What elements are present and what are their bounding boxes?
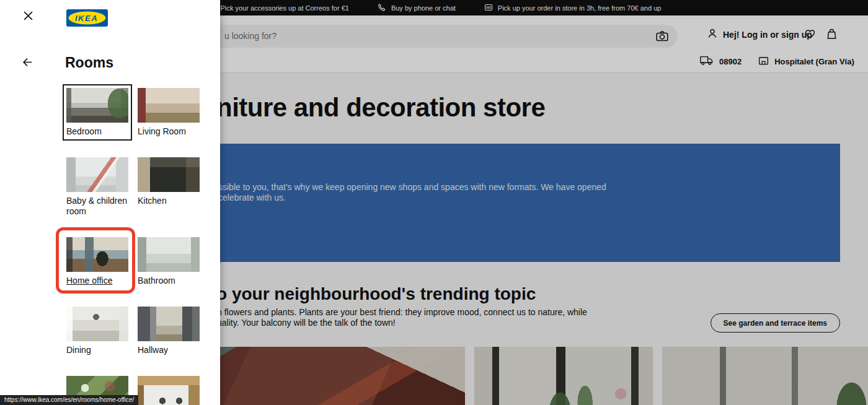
room-thumbnail (138, 376, 200, 405)
browser-status-url: https://www.ikea.com/es/en/rooms/home-of… (0, 395, 138, 405)
room-item-kitchen[interactable]: Kitchen (138, 157, 200, 217)
room-item-living-room[interactable]: Living Room (138, 88, 200, 137)
room-thumbnail (66, 88, 128, 123)
room-thumbnail (138, 307, 200, 341)
room-item-dining[interactable]: Dining (66, 307, 128, 355)
room-thumbnail (66, 157, 128, 192)
room-label: Kitchen (138, 196, 200, 206)
room-label: Baby & children room (66, 196, 128, 217)
room-thumbnail (138, 88, 200, 123)
svg-text:®: ® (103, 12, 105, 16)
room-item-home-office[interactable]: Home office (66, 237, 128, 286)
ikea-logo[interactable]: IKEA ® (66, 9, 108, 29)
room-item-hallway[interactable]: Hallway (138, 307, 200, 355)
panel-title: Rooms (65, 54, 113, 71)
room-item-bedroom[interactable]: Bedroom (66, 88, 128, 137)
close-icon[interactable] (22, 11, 33, 22)
rooms-grid: Bedroom Living Room Baby & children room… (66, 88, 200, 405)
room-label: Hallway (138, 345, 200, 355)
back-arrow-icon[interactable] (21, 56, 33, 69)
room-item-baby-children-room[interactable]: Baby & children room (66, 157, 128, 217)
room-item-laundry[interactable] (138, 376, 200, 405)
room-thumbnail (66, 307, 128, 341)
room-label: Living Room (138, 126, 200, 137)
room-item-bathroom[interactable]: Bathroom (138, 237, 200, 286)
room-label: Dining (66, 345, 128, 355)
rooms-menu-panel: IKEA ® Rooms Bedroom Living Room Baby & … (0, 0, 220, 405)
room-thumbnail (138, 157, 200, 192)
room-label: Home office (66, 276, 128, 286)
room-thumbnail (138, 237, 200, 272)
room-label: Bedroom (66, 126, 128, 137)
room-thumbnail (66, 237, 128, 272)
svg-text:IKEA: IKEA (75, 14, 98, 23)
ikea-rooms-page: Pick your accessories up at Correos for … (0, 0, 868, 405)
room-label: Bathroom (138, 276, 200, 286)
